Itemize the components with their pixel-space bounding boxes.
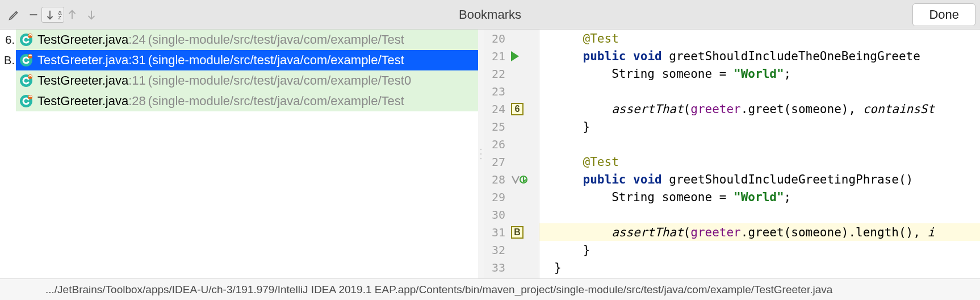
class-icon (19, 94, 33, 108)
code-line (539, 135, 980, 153)
remove-icon[interactable] (24, 5, 43, 24)
bookmark-file: TestGreeter.java (37, 94, 128, 109)
code-line: @Test (539, 30, 980, 47)
line-number: 30 (484, 208, 509, 222)
sort-az-icon[interactable]: az (43, 5, 62, 24)
code-line: } (539, 259, 980, 276)
svg-point-9 (28, 74, 32, 79)
bookmark-line: :24 (128, 32, 146, 47)
code-line: } (539, 241, 980, 259)
svg-point-11 (28, 95, 32, 99)
code-line: String someone = "World"; (539, 65, 980, 82)
bookmark-file: TestGreeter.java (37, 73, 128, 88)
run-gutter-icon[interactable] (511, 51, 519, 61)
bookmark-row[interactable]: TestGreeter.java:28 (single-module/src/t… (0, 91, 478, 111)
panel-title: Bookmarks (0, 7, 980, 22)
splitter[interactable] (478, 30, 484, 278)
edit-icon[interactable] (5, 5, 24, 24)
bookmark-row[interactable]: B.TestGreeter.java:31 (single-module/src… (0, 50, 478, 70)
bookmark-line: :28 (128, 94, 146, 109)
move-down-icon[interactable] (82, 5, 101, 24)
bookmark-path: (single-module/src/test/java/com/example… (148, 73, 411, 88)
bookmark-path: (single-module/src/test/java/com/example… (148, 94, 404, 109)
line-number: 28 (484, 173, 509, 186)
editor-code[interactable]: @Test public void greetShouldIncludeTheO… (539, 30, 980, 278)
svg-point-13 (480, 153, 482, 155)
line-number: 33 (484, 261, 509, 274)
line-number: 26 (484, 138, 509, 151)
bookmark-line: :11 (128, 73, 146, 88)
code-line: assertThat(greeter.greet(someone), conta… (539, 100, 980, 118)
bookmark-row[interactable]: 6.TestGreeter.java:24 (single-module/src… (0, 30, 478, 50)
done-button[interactable]: Done (912, 3, 975, 26)
class-icon (19, 33, 33, 47)
code-line: public void greetShouldIncludeGreetingPh… (539, 170, 980, 188)
code-line: public void greetShouldIncludeTheOneBein… (539, 47, 980, 65)
svg-point-12 (480, 149, 482, 151)
line-number: 29 (484, 190, 509, 204)
bookmark-file: TestGreeter.java (37, 32, 128, 47)
class-icon (19, 74, 33, 88)
code-line: String someone = "World"; (539, 188, 980, 206)
move-up-icon[interactable] (62, 5, 82, 24)
svg-point-7 (28, 54, 32, 59)
line-number: 20 (484, 32, 509, 45)
bookmarks-toolbar: az Bookmarks Done (0, 0, 980, 30)
line-number: 27 (484, 155, 509, 169)
line-number: 32 (484, 243, 509, 257)
svg-point-14 (480, 158, 482, 160)
bookmark-mnemonic: B. (0, 54, 16, 67)
editor-gutter: 2021222324625262728293031B3233 (484, 30, 539, 278)
class-icon (19, 53, 33, 67)
bookmark-path: (single-module/src/test/java/com/example… (148, 53, 404, 68)
code-line (539, 82, 980, 100)
line-number: 21 (484, 49, 509, 63)
bookmark-row[interactable]: TestGreeter.java:11 (single-module/src/t… (0, 70, 478, 91)
bookmark-line: :31 (128, 53, 146, 68)
bookmark-file: TestGreeter.java (37, 53, 128, 68)
line-number: 23 (484, 85, 509, 98)
line-number: 24 (484, 102, 509, 116)
code-line (539, 206, 980, 223)
status-path: .../JetBrains/Toolbox/apps/IDEA-U/ch-3/1… (45, 284, 832, 296)
preview-editor: 2021222324625262728293031B3233 @Test pub… (484, 30, 980, 278)
code-line: } (539, 118, 980, 135)
override-gutter-icon[interactable] (511, 175, 528, 184)
mnemonic-gutter-icon[interactable]: B (511, 226, 523, 239)
line-number: 31 (484, 226, 509, 239)
bookmark-path: (single-module/src/test/java/com/example… (148, 32, 404, 47)
bookmarks-list[interactable]: 6.TestGreeter.java:24 (single-module/src… (0, 30, 478, 278)
line-number: 25 (484, 120, 509, 134)
svg-point-5 (28, 34, 32, 38)
bookmark-mnemonic: 6. (0, 34, 16, 47)
code-line: @Test (539, 153, 980, 170)
status-bar: .../JetBrains/Toolbox/apps/IDEA-U/ch-3/1… (0, 278, 980, 300)
main-split: 6.TestGreeter.java:24 (single-module/src… (0, 30, 980, 278)
code-line: assertThat(greeter.greet(someone).length… (539, 223, 980, 241)
mnemonic-gutter-icon[interactable]: 6 (511, 103, 523, 115)
line-number: 22 (484, 67, 509, 81)
